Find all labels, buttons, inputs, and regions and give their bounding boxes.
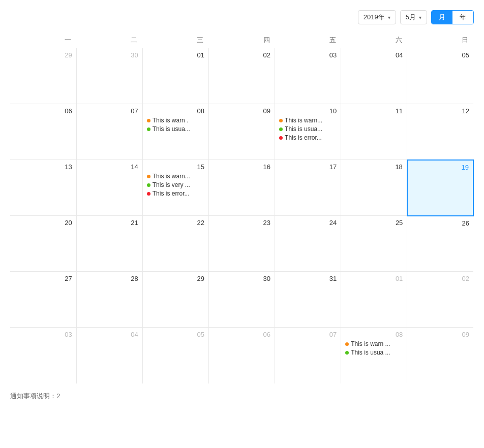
event-text: This is usua ... [351,349,390,356]
year-chevron-icon: ▾ [388,15,390,20]
usual-dot-icon [345,351,349,355]
calendar-cell[interactable]: 08This is warn .This is usua... [142,104,208,160]
toolbar: 2019年 ▾ 5月 ▾ 月 年 [10,10,474,24]
calendar-row: 20212223242526 [10,216,473,272]
calendar-row: 27282930310102 [10,272,473,328]
calendar-cell[interactable]: 09 [407,328,473,383]
weekday-header-row: 一二三四五六日 [10,33,473,48]
month-selector[interactable]: 5月 ▾ [400,10,427,24]
calendar-cell[interactable]: 02 [208,48,275,104]
date-number: 23 [213,219,270,227]
calendar-cell[interactable]: 31 [275,272,341,328]
date-number: 19 [412,164,469,171]
date-number: 26 [411,219,469,227]
date-number: 08 [147,107,204,115]
date-number: 22 [147,219,204,227]
calendar-cell[interactable]: 25 [341,216,407,272]
event-item[interactable]: This is usua... [147,125,204,133]
calendar-cell[interactable]: 05 [142,328,208,383]
calendar-cell[interactable]: 04 [76,328,142,383]
date-number: 05 [147,331,204,338]
calendar-cell[interactable]: 26 [407,216,473,272]
date-number: 07 [81,107,138,115]
event-text: This is warn . [153,117,189,124]
calendar-cell[interactable]: 08This is warn ...This is usua ... [341,328,407,383]
warn-dot-icon [147,175,150,178]
warn-dot-icon [279,119,283,122]
calendar-cell[interactable]: 09 [208,104,275,160]
warn-dot-icon [147,119,150,122]
calendar-cell[interactable]: 06 [10,104,76,160]
event-item[interactable]: This is very ... [147,181,204,188]
weekday-header-cell: 日 [407,33,473,48]
calendar-body: 29300102030405060708This is warn .This i… [10,48,473,383]
date-number: 04 [81,331,138,338]
calendar-cell[interactable]: 24 [275,216,341,272]
weekday-header-cell: 一 [10,33,76,48]
event-text: This is warn... [153,173,190,180]
calendar-cell[interactable]: 18 [341,160,407,216]
calendar-cell[interactable]: 10This is warn...This is usua...This is … [275,104,341,160]
calendar-cell[interactable]: 03 [275,48,341,104]
calendar-cell[interactable]: 11 [341,104,407,160]
date-number: 06 [14,107,72,115]
calendar-cell[interactable]: 15This is warn...This is very ...This is… [142,160,208,216]
calendar-cell[interactable]: 07 [76,104,142,160]
date-number: 27 [14,275,72,282]
event-item[interactable]: This is usua... [279,125,337,133]
weekday-header-cell: 四 [208,33,275,48]
event-text: This is error... [285,134,322,141]
calendar-cell[interactable]: 21 [76,216,142,272]
date-number: 02 [213,51,270,59]
date-number: 16 [213,163,270,171]
event-item[interactable]: This is warn . [147,117,204,124]
date-number: 02 [411,275,469,282]
calendar-cell[interactable]: 19 [407,160,473,216]
calendar-cell[interactable]: 20 [10,216,76,272]
calendar-cell[interactable]: 27 [10,272,76,328]
calendar-cell[interactable]: 30 [208,272,275,328]
date-number: 09 [411,331,469,338]
month-view-button[interactable]: 月 [432,11,452,24]
year-selector[interactable]: 2019年 ▾ [358,10,396,24]
calendar-cell[interactable]: 12 [407,104,473,160]
event-text: This is usua... [285,125,322,133]
calendar-cell[interactable]: 03 [10,328,76,383]
calendar-row: 131415This is warn...This is very ...Thi… [10,160,473,216]
calendar-cell[interactable]: 07 [275,328,341,383]
event-item[interactable]: This is error... [279,134,337,141]
date-number: 17 [279,163,337,171]
event-item[interactable]: This is warn... [279,117,337,124]
calendar-cell[interactable]: 22 [142,216,208,272]
event-item[interactable]: This is usua ... [345,349,403,356]
calendar-cell[interactable]: 30 [76,48,142,104]
date-number: 06 [213,331,270,338]
date-number: 01 [147,51,204,59]
date-number: 01 [345,275,403,282]
calendar-cell[interactable]: 05 [407,48,473,104]
calendar-cell[interactable]: 14 [76,160,142,216]
calendar-cell[interactable]: 29 [142,272,208,328]
calendar-cell[interactable]: 06 [208,328,275,383]
event-item[interactable]: This is warn... [147,173,204,180]
calendar-cell[interactable]: 13 [10,160,76,216]
year-view-button[interactable]: 年 [452,11,473,24]
event-text: This is error... [153,190,190,197]
calendar-cell[interactable]: 16 [208,160,275,216]
calendar-cell[interactable]: 01 [142,48,208,104]
event-item[interactable]: This is warn ... [345,340,403,347]
calendar-cell[interactable]: 17 [275,160,341,216]
event-text: This is very ... [153,181,190,188]
calendar-cell[interactable]: 01 [341,272,407,328]
calendar-cell[interactable]: 23 [208,216,275,272]
calendar-cell[interactable]: 04 [341,48,407,104]
calendar-container: 2019年 ▾ 5月 ▾ 月 年 一二三四五六日 293001020304050… [0,0,484,448]
date-number: 09 [213,107,270,115]
weekday-header-cell: 五 [275,33,341,48]
date-number: 14 [81,163,138,171]
event-item[interactable]: This is error... [147,190,204,197]
date-number: 25 [345,219,403,227]
calendar-cell[interactable]: 29 [10,48,76,104]
calendar-cell[interactable]: 02 [407,272,473,328]
calendar-cell[interactable]: 28 [76,272,142,328]
